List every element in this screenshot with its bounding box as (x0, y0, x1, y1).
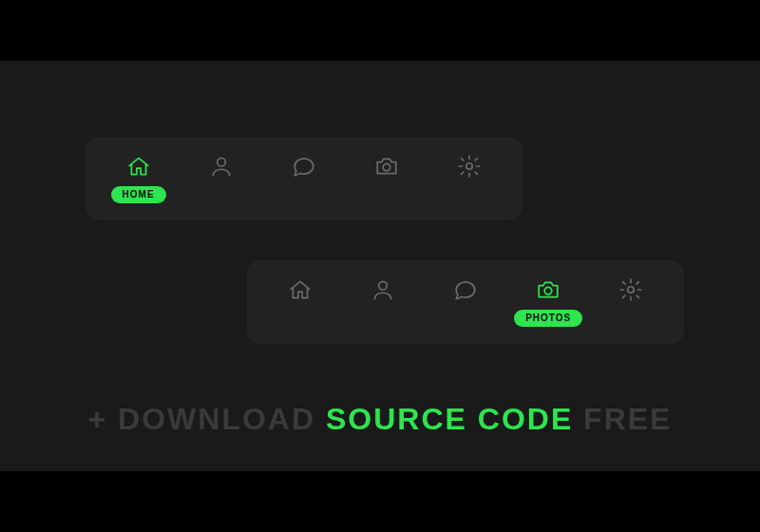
nav-active-label: PHOTOS (514, 310, 582, 327)
stage: HOME (0, 61, 760, 471)
caption-word-free: FREE (583, 402, 672, 436)
nav-item-settings[interactable] (590, 277, 673, 302)
caption-line: + DOWNLOAD SOURCE CODE FREE (0, 402, 760, 437)
gear-icon (457, 154, 482, 179)
gear-icon (618, 277, 643, 302)
nav-item-messages[interactable] (262, 154, 345, 179)
svg-point-0 (217, 158, 225, 166)
nav-item-home[interactable]: HOME (97, 154, 180, 203)
user-icon (370, 277, 395, 302)
chat-icon (453, 277, 478, 302)
svg-point-3 (378, 281, 387, 290)
nav-item-profile[interactable] (341, 277, 424, 302)
caption-accent: SOURCE CODE (326, 402, 573, 436)
chat-icon (292, 154, 316, 179)
camera-icon (374, 154, 399, 179)
nav-item-settings[interactable] (428, 154, 511, 179)
caption-word-download: DOWNLOAD (118, 402, 315, 436)
navbar-bottom: PHOTOS (247, 260, 684, 344)
home-icon (288, 277, 313, 302)
nav-item-home[interactable] (258, 277, 341, 302)
nav-item-photos[interactable] (346, 154, 428, 179)
svg-point-5 (628, 287, 635, 294)
nav-item-photos[interactable]: PHOTOS (507, 277, 590, 327)
svg-point-1 (383, 163, 390, 171)
svg-point-4 (544, 287, 552, 294)
home-icon (126, 154, 151, 179)
caption-plus: + (88, 402, 108, 436)
navbar-top: HOME (86, 137, 522, 220)
letterbox-top (0, 0, 760, 61)
camera-icon (536, 277, 560, 302)
nav-active-label: HOME (111, 186, 166, 203)
nav-item-profile[interactable] (180, 154, 262, 179)
user-icon (209, 154, 234, 179)
letterbox-bottom (0, 471, 760, 532)
nav-item-messages[interactable] (424, 277, 506, 302)
svg-point-2 (466, 163, 473, 170)
